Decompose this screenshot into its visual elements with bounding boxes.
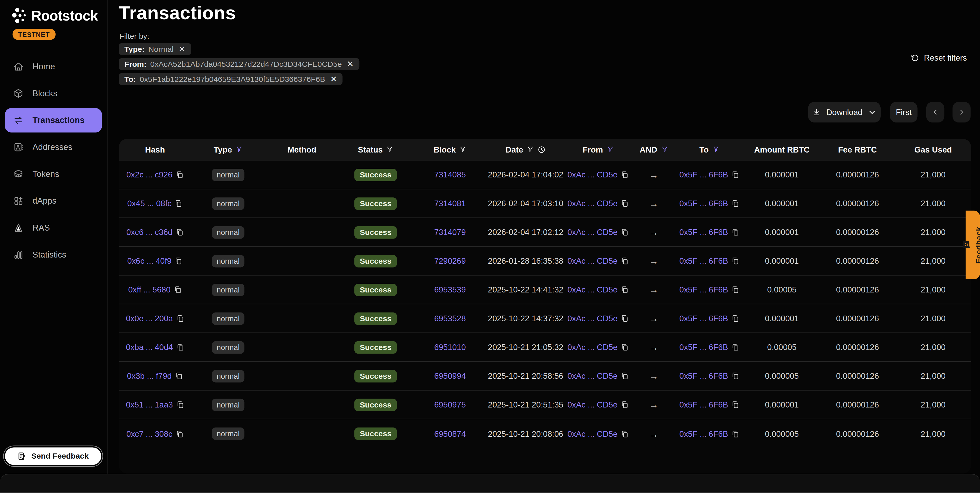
block-link[interactable]: 6953539 bbox=[434, 285, 466, 294]
copy-icon[interactable] bbox=[176, 314, 184, 323]
arrow-right-icon: → bbox=[649, 342, 659, 352]
sidebar-item-ras[interactable]: RAS bbox=[5, 216, 102, 240]
copy-icon[interactable] bbox=[621, 343, 629, 351]
sidebar-item-label: Tokens bbox=[33, 170, 59, 179]
block-link[interactable]: 7314081 bbox=[434, 199, 466, 208]
block-link[interactable]: 6953528 bbox=[434, 314, 466, 323]
hash-link[interactable]: 0xc6 ... c36d bbox=[126, 227, 172, 237]
block-link[interactable]: 6950994 bbox=[434, 371, 466, 381]
from-link[interactable]: 0xAc ... CD5e bbox=[568, 227, 618, 237]
copy-icon[interactable] bbox=[621, 286, 629, 294]
copy-icon[interactable] bbox=[621, 170, 629, 179]
copy-icon[interactable] bbox=[731, 257, 739, 265]
copy-icon[interactable] bbox=[176, 429, 184, 438]
hash-link[interactable]: 0xc7 ... 308c bbox=[126, 429, 172, 439]
copy-icon[interactable] bbox=[621, 199, 629, 207]
block-link[interactable]: 7314085 bbox=[434, 170, 466, 180]
send-feedback-button[interactable]: Send Feedback bbox=[5, 448, 101, 465]
copy-icon[interactable] bbox=[731, 429, 739, 438]
reset-filters-button[interactable]: Reset filters bbox=[907, 52, 970, 63]
to-link[interactable]: 0x5F ... 6F6B bbox=[679, 256, 728, 266]
filter-icon[interactable] bbox=[236, 146, 243, 153]
copy-icon[interactable] bbox=[731, 199, 739, 207]
to-link[interactable]: 0x5F ... 6F6B bbox=[679, 314, 728, 323]
to-link[interactable]: 0x5F ... 6F6B bbox=[679, 400, 728, 410]
to-link[interactable]: 0x5F ... 6F6B bbox=[679, 227, 728, 237]
from-link[interactable]: 0xAc ... CD5e bbox=[568, 285, 618, 294]
copy-icon[interactable] bbox=[176, 401, 184, 409]
copy-icon[interactable] bbox=[175, 257, 183, 265]
brand-logo[interactable]: Rootstock bbox=[12, 8, 107, 24]
to-link[interactable]: 0x5F ... 6F6B bbox=[679, 429, 728, 439]
filter-icon[interactable] bbox=[527, 146, 534, 153]
previous-page-button[interactable] bbox=[926, 102, 945, 122]
copy-icon[interactable] bbox=[621, 429, 629, 438]
filter-chip-label: Type: bbox=[124, 45, 145, 53]
copy-icon[interactable] bbox=[176, 228, 184, 236]
feedback-tab[interactable]: Feedback bbox=[966, 211, 980, 279]
sidebar-item-home[interactable]: Home bbox=[5, 54, 102, 79]
hash-link[interactable]: 0xff ... 5680 bbox=[128, 285, 170, 294]
to-link[interactable]: 0x5F ... 6F6B bbox=[679, 342, 728, 352]
copy-icon[interactable] bbox=[731, 401, 739, 409]
remove-filter-icon[interactable]: ✕ bbox=[178, 45, 185, 53]
from-link[interactable]: 0xAc ... CD5e bbox=[568, 400, 618, 410]
from-link[interactable]: 0xAc ... CD5e bbox=[568, 256, 618, 266]
next-page-button[interactable] bbox=[953, 102, 971, 122]
copy-icon[interactable] bbox=[621, 228, 629, 236]
copy-icon[interactable] bbox=[173, 286, 182, 294]
sidebar-item-statistics[interactable]: Statistics bbox=[5, 242, 102, 267]
block-link[interactable]: 6950874 bbox=[434, 429, 466, 439]
copy-icon[interactable] bbox=[176, 170, 184, 179]
hash-link[interactable]: 0xba ... 40d4 bbox=[126, 342, 173, 352]
sidebar-item-addresses[interactable]: Addresses bbox=[5, 135, 102, 159]
sidebar-item-dapps[interactable]: dApps bbox=[5, 189, 102, 213]
filter-icon[interactable] bbox=[661, 146, 668, 153]
hash-link[interactable]: 0x6c ... 40f9 bbox=[127, 256, 171, 266]
block-link[interactable]: 7290269 bbox=[434, 256, 466, 266]
from-link[interactable]: 0xAc ... CD5e bbox=[568, 371, 618, 381]
copy-icon[interactable] bbox=[731, 343, 739, 351]
block-link[interactable]: 6950975 bbox=[434, 400, 466, 410]
filter-icon[interactable] bbox=[387, 146, 393, 153]
filter-icon[interactable] bbox=[606, 146, 614, 153]
from-link[interactable]: 0xAc ... CD5e bbox=[568, 429, 618, 439]
copy-icon[interactable] bbox=[731, 228, 739, 236]
from-link[interactable]: 0xAc ... CD5e bbox=[568, 199, 618, 208]
copy-icon[interactable] bbox=[731, 314, 739, 323]
filter-icon[interactable] bbox=[713, 146, 719, 153]
to-link[interactable]: 0x5F ... 6F6B bbox=[679, 285, 728, 294]
block-link[interactable]: 6951010 bbox=[434, 342, 466, 352]
copy-icon[interactable] bbox=[731, 170, 739, 179]
to-link[interactable]: 0x5F ... 6F6B bbox=[679, 371, 728, 381]
hash-link[interactable]: 0x0e ... 200a bbox=[126, 314, 173, 323]
sidebar-item-transactions[interactable]: Transactions bbox=[5, 108, 102, 132]
hash-link[interactable]: 0x2c ... c926 bbox=[126, 170, 172, 180]
from-link[interactable]: 0xAc ... CD5e bbox=[568, 170, 618, 180]
first-page-button[interactable]: First bbox=[890, 102, 918, 122]
sidebar-item-blocks[interactable]: Blocks bbox=[5, 81, 102, 105]
filter-icon[interactable] bbox=[460, 146, 466, 153]
remove-filter-icon[interactable]: ✕ bbox=[347, 60, 354, 68]
copy-icon[interactable] bbox=[176, 343, 184, 351]
clock-icon[interactable] bbox=[538, 145, 546, 154]
remove-filter-icon[interactable]: ✕ bbox=[330, 75, 337, 83]
to-link[interactable]: 0x5F ... 6F6B bbox=[679, 199, 728, 208]
from-link[interactable]: 0xAc ... CD5e bbox=[568, 342, 618, 352]
copy-icon[interactable] bbox=[731, 286, 739, 294]
copy-icon[interactable] bbox=[621, 372, 629, 380]
hash-link[interactable]: 0x3b ... f79d bbox=[127, 371, 172, 381]
download-button[interactable]: Download bbox=[808, 102, 881, 122]
to-link[interactable]: 0x5F ... 6F6B bbox=[679, 170, 728, 180]
copy-icon[interactable] bbox=[175, 199, 183, 207]
copy-icon[interactable] bbox=[621, 401, 629, 409]
sidebar-item-tokens[interactable]: Tokens bbox=[5, 162, 102, 186]
hash-link[interactable]: 0x51 ... 1aa3 bbox=[126, 400, 173, 410]
block-link[interactable]: 7314079 bbox=[434, 227, 466, 237]
hash-link[interactable]: 0x45 ... 08fc bbox=[127, 199, 171, 208]
copy-icon[interactable] bbox=[621, 257, 629, 265]
copy-icon[interactable] bbox=[731, 372, 739, 380]
copy-icon[interactable] bbox=[621, 314, 629, 323]
from-link[interactable]: 0xAc ... CD5e bbox=[568, 314, 618, 323]
copy-icon[interactable] bbox=[175, 372, 183, 380]
